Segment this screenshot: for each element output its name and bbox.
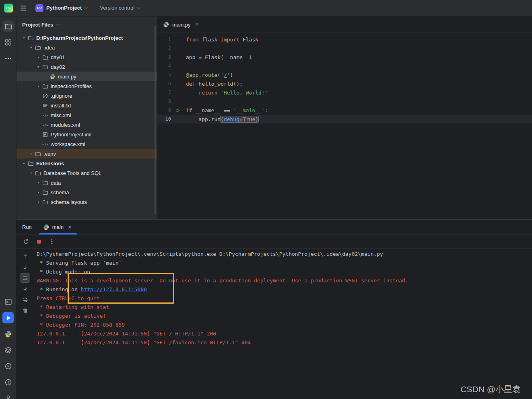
tree-item[interactable]: Database Tools and SQL [16,168,157,178]
console-text: * Serving Flask app 'main' [37,260,122,266]
database-tool-icon[interactable] [2,344,14,356]
chevron-right-icon[interactable] [35,190,41,195]
project-tool-icon[interactable] [2,21,14,32]
run-body: D:\PycharmProjects\PythonProject\.venv\S… [16,249,532,348]
code-line[interactable]: 1from flask import Flask [157,35,532,44]
structure-tool-icon[interactable] [2,37,14,48]
console-text: * Debugger is active! [37,313,106,319]
tree-item[interactable]: D:\PycharmProjects\PythonProject [16,33,157,43]
run-panel-header: Run main [16,220,532,235]
more-options-icon[interactable] [47,237,57,247]
iml-icon [41,132,49,138]
tree-item[interactable]: .venv [16,149,157,158]
project-panel-header[interactable]: Project Files [16,16,157,31]
code-line[interactable]: 8 [157,97,532,106]
tree-item-label: PythonProject.iml [51,132,91,138]
code-line[interactable]: 4 [157,62,532,70]
console-output[interactable]: D:\PycharmProjects\PythonProject\.venv\S… [33,249,532,348]
problems-tool-icon[interactable] [2,376,14,388]
tree-item-label: .idea [43,45,55,51]
main-menu-icon[interactable] [18,2,29,14]
chevron-down-icon[interactable] [28,45,34,50]
console-line: Press CTRL+C to quit [37,295,532,304]
tree-item[interactable]: </>modules.xml [16,120,157,130]
left-strip-bottom [2,296,14,399]
console-text: * Restarting with stat [37,304,109,310]
chevron-down-icon[interactable] [35,65,41,69]
console-line: * Debugger PIN: 202-858-859 [37,322,532,331]
line-number: 5 [157,72,171,78]
chevron-right-icon[interactable] [28,152,34,156]
rerun-icon[interactable] [21,237,31,247]
run-toolbar [16,235,532,249]
tree-item[interactable]: .idea [16,43,157,52]
selection-highlight: (debug=True) [221,116,258,122]
scrollbar[interactable] [155,25,156,214]
tree-item[interactable]: PythonProject.iml [16,130,157,139]
console-text: 127.0.0.1 - - [24/Dec/2024 14:31:50] "GE… [37,331,223,337]
console-link[interactable]: http://127.0.0.1:5000 [81,286,147,292]
version-control-label: Version control [100,5,134,11]
version-control-selector[interactable]: Version control [97,3,144,12]
project-badge: PP [35,4,43,12]
console-text: * Debugger PIN: 202-858-859 [37,322,125,328]
titlebar: PC PP PythonProject Version control [0,0,532,16]
terminal-tool-icon[interactable] [2,296,14,307]
tree-item[interactable]: schema [16,187,157,197]
tree-item[interactable]: </>workspace.xml [16,139,157,149]
code-line[interactable]: 5@app.route('/') [157,70,532,79]
tree-item[interactable]: Extensions [16,158,157,168]
tree-item[interactable]: main.py [16,72,157,81]
more-tool-windows-icon[interactable] [2,53,14,64]
svg-text:</>: </> [42,123,48,127]
run-tab-main[interactable]: main [39,220,77,234]
chevron-down-icon[interactable] [21,36,27,40]
scroll-to-end-icon[interactable] [20,284,30,293]
soft-wrap-icon[interactable] [20,274,30,282]
tree-item-label: install.txt [51,103,71,109]
code-line[interactable]: 3app = Flask(__name__) [157,53,532,62]
console-text: * Debug mode: on [37,269,90,275]
console-text: Press CTRL+C to quit [37,295,100,301]
tree-item[interactable]: inspectionProfiles [16,81,157,91]
chevron-down-icon[interactable] [28,171,34,175]
code-line[interactable]: 10 app.run(debug=True) [157,115,532,123]
tree-item[interactable]: install.txt [16,101,157,110]
tree-item[interactable]: data [16,178,157,187]
code-line[interactable]: 6def hello_world(): [157,79,532,88]
tree-item[interactable]: </>misc.xml [16,110,157,120]
next-occurrence-icon[interactable] [20,263,30,271]
tree-item[interactable]: schema.layouts [16,197,157,207]
chevron-down-icon[interactable] [21,161,27,166]
tab-main-py[interactable]: main.py [157,16,205,33]
code-line[interactable]: 7 return 'Hello, World!' [157,88,532,97]
chevron-right-icon[interactable] [35,55,41,60]
chevron-right-icon[interactable] [35,84,41,88]
line-number: 2 [157,45,171,51]
close-icon[interactable] [194,22,200,27]
prev-occurrence-icon[interactable] [20,252,30,261]
tree-item[interactable]: .gitignore [16,91,157,101]
close-icon[interactable] [67,224,73,230]
tree-item-label: modules.xml [51,122,80,128]
stop-icon[interactable] [34,237,44,247]
tree-item[interactable]: day01 [16,52,157,62]
code-area[interactable]: 1from flask import Flask23app = Flask(__… [157,33,532,123]
folder-icon [41,64,49,70]
run-tool-icon[interactable] [2,312,14,323]
run-panel: Run main D:\PycharmProjects\PythonProjec… [16,219,532,399]
folder-icon [41,189,49,195]
project-selector[interactable]: PythonProject [43,3,91,12]
python-packages-tool-icon[interactable] [2,328,14,339]
code-line[interactable]: 2 [157,44,532,53]
pycharm-window: PC PP PythonProject Version control Proj… [0,0,532,399]
chevron-right-icon[interactable] [35,181,41,185]
code-line[interactable]: 9if __name__ == '__main__': [157,106,532,115]
services-tool-icon[interactable] [2,360,14,372]
account-tool-icon[interactable] [2,393,14,399]
print-icon[interactable] [20,295,30,304]
chevron-right-icon[interactable] [35,200,41,204]
tree-item[interactable]: day02 [16,62,157,72]
run-line-icon[interactable] [171,108,184,113]
clear-all-icon[interactable] [20,306,30,315]
